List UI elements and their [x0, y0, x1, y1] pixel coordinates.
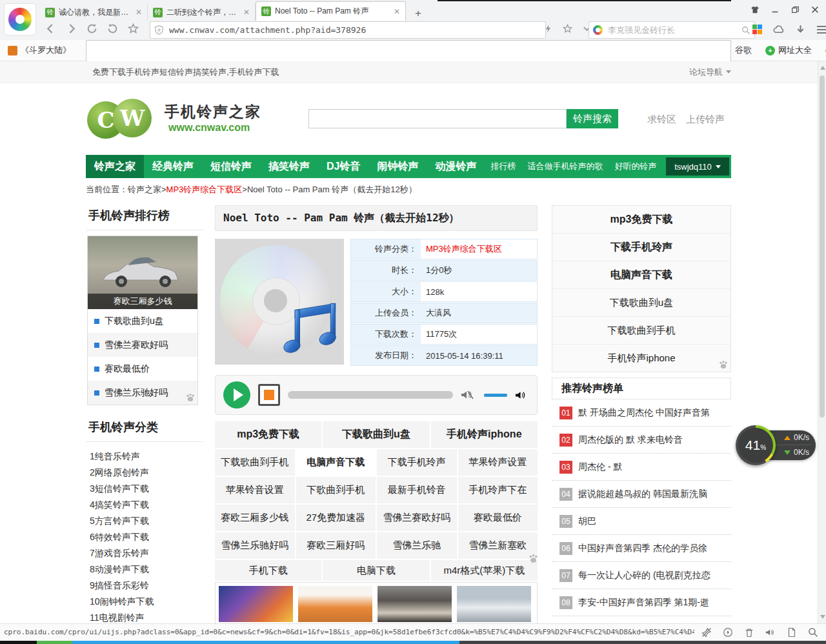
grid-button[interactable]: 手机玲声下在 — [458, 477, 538, 503]
m4r-download-button[interactable]: m4r格式(苹果)下载 — [431, 560, 538, 581]
speed-circle-icon[interactable] — [723, 627, 733, 638]
bookmark-item[interactable]: 谷歌 — [735, 45, 752, 56]
category-link[interactable]: 2网络原创铃声 — [90, 465, 203, 481]
memory-gauge[interactable]: 41% — [736, 425, 776, 465]
rank-item[interactable]: 07每一次让人心碎的 (电视剧克拉恋 — [552, 562, 731, 589]
ad-thumbnail-game[interactable] — [219, 586, 293, 622]
grid-button[interactable]: 赛欧最低价 — [458, 505, 538, 531]
car-ad-box[interactable]: 赛欧三厢多少钱 下载歌曲到u盘 雪佛兰赛欧好吗 赛欧最低价 雪佛兰乐驰好吗 — [87, 236, 198, 405]
category-link[interactable]: 8动漫铃声下载 — [90, 561, 203, 578]
zoom-icon[interactable] — [808, 627, 818, 638]
grid-button[interactable]: 苹果铃声设置 — [458, 449, 538, 476]
category-link[interactable]: MP3铃声综合下载区 — [421, 239, 537, 259]
grid-button[interactable]: 下载歌曲到手机 — [215, 449, 295, 476]
scroll-up-arrow-icon[interactable] — [820, 66, 825, 70]
forward-icon[interactable] — [66, 23, 77, 34]
category-link[interactable]: 1纯音乐铃声 — [90, 448, 203, 465]
close-icon[interactable] — [811, 5, 820, 14]
ad-link[interactable]: 雪佛兰乐驰好吗 — [88, 381, 197, 405]
mute-icon[interactable] — [461, 388, 476, 401]
ringtone-search-button[interactable]: 铃声搜索 — [567, 109, 618, 128]
category-link[interactable]: 4搞笑铃声下载 — [90, 497, 203, 513]
tab-close-icon[interactable]: ✕ — [243, 8, 250, 17]
sound-icon[interactable] — [765, 627, 776, 638]
cloud-sync-icon[interactable] — [773, 24, 784, 35]
category-link[interactable]: 6特效铃声下载 — [90, 529, 203, 545]
rank-item[interactable]: 03周杰伦 - 默 — [552, 454, 731, 481]
ad-thumbnail-white-car[interactable] — [457, 586, 531, 622]
address-bar[interactable] — [150, 21, 546, 39]
rank-item[interactable]: 05胡巴 — [552, 508, 731, 535]
breadcrumb-home-link[interactable]: 铃声之家 — [128, 185, 161, 194]
nav-funny[interactable]: 搞笑铃声 — [260, 155, 318, 178]
tab-close-icon[interactable]: ✕ — [136, 8, 142, 17]
right-link[interactable]: 下载歌曲到u盘 — [552, 289, 730, 317]
nav-anime[interactable]: 动漫铃声 — [427, 155, 485, 178]
tab-2[interactable]: 铃 二听到这个铃声，让周围的朋 ✕ — [148, 4, 256, 21]
tab-3-active[interactable]: 铃 Noel Toto -- Pam Pam 铃声 ✕ — [256, 1, 406, 21]
upload-ringtone-link[interactable]: 上传铃声 — [686, 114, 725, 126]
site-shield-icon[interactable] — [154, 25, 164, 35]
nav-nice-ringtones[interactable]: 好听的铃声 — [609, 161, 662, 172]
ringtone-search-box[interactable] — [308, 109, 567, 128]
scrollbar-thumb[interactable] — [820, 75, 825, 418]
grid-button[interactable]: 下载手机玲声 — [377, 449, 457, 476]
grid-button[interactable]: 下载歌曲到u盘 — [323, 421, 429, 448]
nav-alarm[interactable]: 闹钟铃声 — [368, 155, 427, 178]
grid-button[interactable]: 雪佛兰赛欧好吗 — [377, 505, 457, 531]
car-ad-caption[interactable]: 赛欧三厢多少钱 — [88, 294, 197, 309]
volume-slider[interactable] — [484, 394, 507, 397]
stop-button[interactable] — [258, 384, 280, 406]
rank-item[interactable]: 08李安-中国好声音第四季 第1期-逝 — [552, 589, 731, 616]
grid-button[interactable]: mp3免费下载 — [215, 421, 321, 448]
right-link[interactable]: mp3免费下载 — [552, 206, 730, 234]
grid-button[interactable]: 雪佛兰乐驰 — [377, 532, 457, 559]
trash-icon[interactable] — [744, 627, 754, 638]
browser-search-box[interactable] — [589, 21, 755, 39]
nav-suitable-songs[interactable]: 适合做手机铃声的歌 — [521, 161, 609, 172]
minimize-icon[interactable] — [771, 5, 780, 14]
speaker-icon[interactable] — [515, 390, 527, 401]
category-link[interactable]: 11电视剧铃声 — [90, 610, 203, 623]
ad-link[interactable]: 雪佛兰赛欧好吗 — [88, 333, 197, 357]
bookmark-star-icon[interactable] — [563, 24, 572, 34]
breadcrumb-category-link[interactable]: MP3铃声综合下载区 — [166, 185, 243, 194]
rank-item[interactable]: 01默 开场曲之周杰伦 中国好声音第 — [552, 399, 731, 427]
ad-thumbnail-car-interior[interactable] — [378, 586, 452, 622]
bookmark-item[interactable]: 《斗罗大陆》 — [8, 45, 71, 56]
category-link[interactable]: 7游戏音乐铃声 — [90, 545, 203, 561]
grid-button[interactable]: 雪佛兰新塞欧 — [458, 532, 538, 559]
site-logo[interactable]: C W — [87, 99, 158, 139]
nav-ranking[interactable]: 排行榜 — [485, 161, 521, 172]
back-icon[interactable] — [45, 23, 56, 34]
rank-item[interactable]: 04据说能超越鸟叔的 韩国最新洗脑 — [552, 481, 731, 508]
rank-item[interactable]: 02周杰伦版的 默 求来电铃音 — [552, 427, 731, 454]
grid-button[interactable]: 赛欧三厢多少钱 — [215, 505, 295, 531]
nav-classic[interactable]: 经典铃声 — [144, 155, 202, 178]
car-ad-image[interactable]: 赛欧三厢多少钱 — [88, 236, 197, 309]
right-link[interactable]: 下载歌曲到手机 — [552, 317, 730, 345]
user-dropdown[interactable]: tswjdq110 — [666, 157, 729, 176]
ad-link[interactable]: 下载歌曲到u盘 — [88, 309, 197, 333]
right-link[interactable]: 下载手机玲声 — [552, 234, 730, 261]
progress-bar[interactable] — [288, 391, 453, 399]
ad-link[interactable]: 赛欧最低价 — [88, 357, 197, 381]
grid-button[interactable]: 苹果铃音设置 — [215, 477, 295, 503]
restore-session-icon[interactable] — [107, 23, 118, 34]
right-link[interactable]: 电脑声音下载 — [552, 261, 730, 289]
rank-item[interactable]: 06中国好声音第四季 杰伦的学员徐 — [552, 535, 731, 562]
grid-button[interactable]: 电脑声音下载 — [296, 449, 376, 476]
skin-icon[interactable] — [750, 5, 760, 14]
search-icon[interactable] — [741, 26, 750, 35]
grid-button[interactable]: 最新手机铃音 — [377, 477, 457, 503]
menu-icon[interactable] — [817, 26, 826, 34]
ad-thumbnail-orange-car[interactable] — [298, 586, 372, 622]
grid-button[interactable]: 赛欧三厢好吗 — [296, 532, 376, 559]
speed-bolt-icon[interactable] — [543, 24, 553, 34]
category-link[interactable]: 5方言铃声下载 — [90, 513, 203, 529]
pin-off-icon[interactable] — [701, 627, 712, 638]
pc-download-button[interactable]: 电脑下载 — [323, 560, 429, 581]
downloads-icon[interactable] — [795, 24, 806, 35]
rank-item[interactable]: 09中国好声音第四季 16岁泰国邓丽 — [552, 616, 731, 623]
new-tab-button[interactable]: + — [410, 6, 427, 21]
